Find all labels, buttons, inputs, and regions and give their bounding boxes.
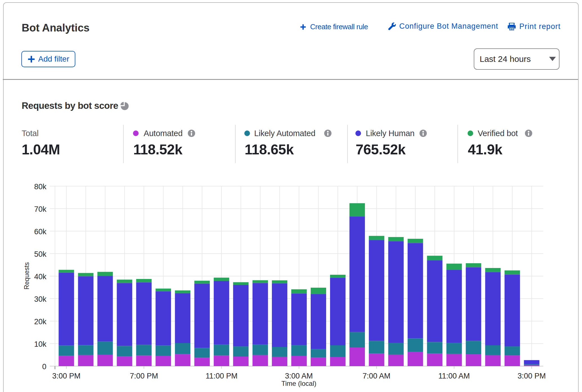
- svg-text:60k: 60k: [34, 227, 46, 236]
- svg-text:Time (local): Time (local): [281, 380, 316, 387]
- svg-text:40k: 40k: [34, 272, 46, 281]
- svg-text:3:00 PM: 3:00 PM: [518, 372, 546, 380]
- svg-text:11:00 PM: 11:00 PM: [206, 372, 238, 380]
- svg-text:0: 0: [42, 362, 46, 371]
- svg-text:Requests: Requests: [23, 262, 30, 289]
- svg-text:20k: 20k: [34, 317, 46, 326]
- svg-text:3:00 AM: 3:00 AM: [285, 372, 313, 380]
- svg-text:7:00 AM: 7:00 AM: [362, 372, 390, 380]
- svg-text:70k: 70k: [34, 205, 46, 213]
- svg-text:80k: 80k: [34, 183, 46, 191]
- svg-text:50k: 50k: [34, 250, 46, 258]
- svg-text:10k: 10k: [34, 340, 46, 348]
- svg-text:3:00 PM: 3:00 PM: [52, 372, 81, 380]
- svg-text:11:00 AM: 11:00 AM: [438, 372, 470, 380]
- svg-text:30k: 30k: [34, 295, 46, 303]
- svg-text:7:00 PM: 7:00 PM: [130, 372, 158, 380]
